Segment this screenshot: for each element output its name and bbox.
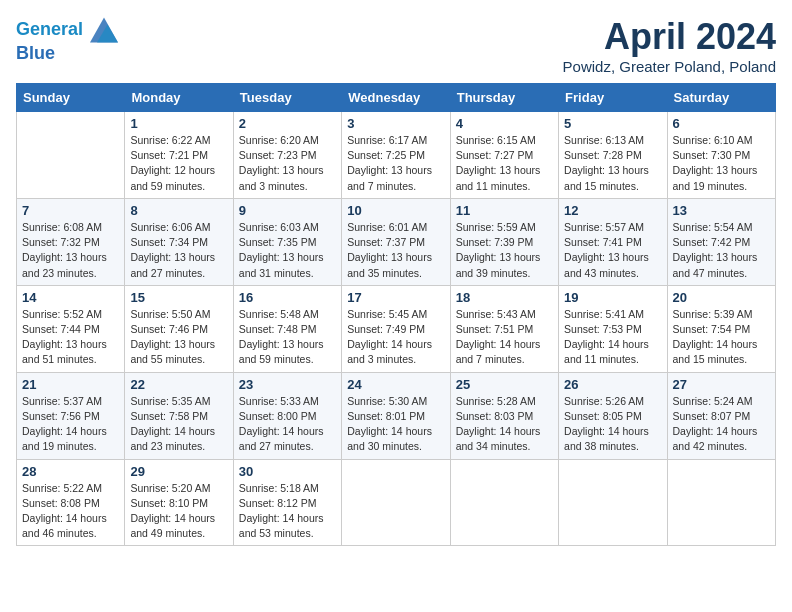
weekday-header-saturday: Saturday bbox=[667, 84, 775, 112]
location: Powidz, Greater Poland, Poland bbox=[563, 58, 776, 75]
day-info: Sunrise: 6:15 AM Sunset: 7:27 PM Dayligh… bbox=[456, 133, 553, 194]
day-info: Sunrise: 6:06 AM Sunset: 7:34 PM Dayligh… bbox=[130, 220, 227, 281]
day-cell: 29Sunrise: 5:20 AM Sunset: 8:10 PM Dayli… bbox=[125, 459, 233, 546]
day-number: 19 bbox=[564, 290, 661, 305]
day-info: Sunrise: 5:52 AM Sunset: 7:44 PM Dayligh… bbox=[22, 307, 119, 368]
day-cell: 11Sunrise: 5:59 AM Sunset: 7:39 PM Dayli… bbox=[450, 198, 558, 285]
day-cell: 24Sunrise: 5:30 AM Sunset: 8:01 PM Dayli… bbox=[342, 372, 450, 459]
weekday-header-sunday: Sunday bbox=[17, 84, 125, 112]
day-number: 1 bbox=[130, 116, 227, 131]
day-number: 9 bbox=[239, 203, 336, 218]
day-cell: 9Sunrise: 6:03 AM Sunset: 7:35 PM Daylig… bbox=[233, 198, 341, 285]
day-number: 16 bbox=[239, 290, 336, 305]
day-info: Sunrise: 5:20 AM Sunset: 8:10 PM Dayligh… bbox=[130, 481, 227, 542]
day-cell bbox=[667, 459, 775, 546]
day-number: 5 bbox=[564, 116, 661, 131]
day-cell: 10Sunrise: 6:01 AM Sunset: 7:37 PM Dayli… bbox=[342, 198, 450, 285]
day-number: 29 bbox=[130, 464, 227, 479]
day-cell: 3Sunrise: 6:17 AM Sunset: 7:25 PM Daylig… bbox=[342, 112, 450, 199]
day-info: Sunrise: 6:10 AM Sunset: 7:30 PM Dayligh… bbox=[673, 133, 770, 194]
day-info: Sunrise: 6:13 AM Sunset: 7:28 PM Dayligh… bbox=[564, 133, 661, 194]
weekday-header-tuesday: Tuesday bbox=[233, 84, 341, 112]
day-number: 12 bbox=[564, 203, 661, 218]
day-info: Sunrise: 6:22 AM Sunset: 7:21 PM Dayligh… bbox=[130, 133, 227, 194]
day-info: Sunrise: 6:20 AM Sunset: 7:23 PM Dayligh… bbox=[239, 133, 336, 194]
day-cell bbox=[559, 459, 667, 546]
day-number: 23 bbox=[239, 377, 336, 392]
day-info: Sunrise: 5:41 AM Sunset: 7:53 PM Dayligh… bbox=[564, 307, 661, 368]
day-cell: 6Sunrise: 6:10 AM Sunset: 7:30 PM Daylig… bbox=[667, 112, 775, 199]
logo-text: General bbox=[16, 16, 118, 44]
day-cell: 5Sunrise: 6:13 AM Sunset: 7:28 PM Daylig… bbox=[559, 112, 667, 199]
logo: General Blue bbox=[16, 16, 118, 64]
day-info: Sunrise: 6:17 AM Sunset: 7:25 PM Dayligh… bbox=[347, 133, 444, 194]
day-number: 30 bbox=[239, 464, 336, 479]
weekday-header-thursday: Thursday bbox=[450, 84, 558, 112]
day-info: Sunrise: 5:43 AM Sunset: 7:51 PM Dayligh… bbox=[456, 307, 553, 368]
day-number: 10 bbox=[347, 203, 444, 218]
day-cell: 1Sunrise: 6:22 AM Sunset: 7:21 PM Daylig… bbox=[125, 112, 233, 199]
day-number: 18 bbox=[456, 290, 553, 305]
day-cell bbox=[342, 459, 450, 546]
day-cell: 21Sunrise: 5:37 AM Sunset: 7:56 PM Dayli… bbox=[17, 372, 125, 459]
day-cell: 13Sunrise: 5:54 AM Sunset: 7:42 PM Dayli… bbox=[667, 198, 775, 285]
day-info: Sunrise: 6:08 AM Sunset: 7:32 PM Dayligh… bbox=[22, 220, 119, 281]
day-number: 2 bbox=[239, 116, 336, 131]
day-number: 7 bbox=[22, 203, 119, 218]
day-number: 26 bbox=[564, 377, 661, 392]
day-cell: 23Sunrise: 5:33 AM Sunset: 8:00 PM Dayli… bbox=[233, 372, 341, 459]
week-row-5: 28Sunrise: 5:22 AM Sunset: 8:08 PM Dayli… bbox=[17, 459, 776, 546]
week-row-4: 21Sunrise: 5:37 AM Sunset: 7:56 PM Dayli… bbox=[17, 372, 776, 459]
weekday-header-monday: Monday bbox=[125, 84, 233, 112]
day-cell: 16Sunrise: 5:48 AM Sunset: 7:48 PM Dayli… bbox=[233, 285, 341, 372]
calendar-table: SundayMondayTuesdayWednesdayThursdayFrid… bbox=[16, 83, 776, 546]
day-number: 14 bbox=[22, 290, 119, 305]
day-number: 15 bbox=[130, 290, 227, 305]
day-cell: 2Sunrise: 6:20 AM Sunset: 7:23 PM Daylig… bbox=[233, 112, 341, 199]
weekday-header-wednesday: Wednesday bbox=[342, 84, 450, 112]
day-number: 22 bbox=[130, 377, 227, 392]
day-info: Sunrise: 5:24 AM Sunset: 8:07 PM Dayligh… bbox=[673, 394, 770, 455]
day-cell: 7Sunrise: 6:08 AM Sunset: 7:32 PM Daylig… bbox=[17, 198, 125, 285]
day-cell: 19Sunrise: 5:41 AM Sunset: 7:53 PM Dayli… bbox=[559, 285, 667, 372]
day-info: Sunrise: 5:50 AM Sunset: 7:46 PM Dayligh… bbox=[130, 307, 227, 368]
day-cell: 30Sunrise: 5:18 AM Sunset: 8:12 PM Dayli… bbox=[233, 459, 341, 546]
day-cell: 12Sunrise: 5:57 AM Sunset: 7:41 PM Dayli… bbox=[559, 198, 667, 285]
day-info: Sunrise: 5:22 AM Sunset: 8:08 PM Dayligh… bbox=[22, 481, 119, 542]
day-cell bbox=[17, 112, 125, 199]
day-info: Sunrise: 5:35 AM Sunset: 7:58 PM Dayligh… bbox=[130, 394, 227, 455]
day-info: Sunrise: 5:45 AM Sunset: 7:49 PM Dayligh… bbox=[347, 307, 444, 368]
day-cell: 8Sunrise: 6:06 AM Sunset: 7:34 PM Daylig… bbox=[125, 198, 233, 285]
day-info: Sunrise: 5:54 AM Sunset: 7:42 PM Dayligh… bbox=[673, 220, 770, 281]
day-cell: 26Sunrise: 5:26 AM Sunset: 8:05 PM Dayli… bbox=[559, 372, 667, 459]
day-number: 21 bbox=[22, 377, 119, 392]
day-info: Sunrise: 5:59 AM Sunset: 7:39 PM Dayligh… bbox=[456, 220, 553, 281]
day-cell: 25Sunrise: 5:28 AM Sunset: 8:03 PM Dayli… bbox=[450, 372, 558, 459]
title-area: April 2024 Powidz, Greater Poland, Polan… bbox=[563, 16, 776, 75]
day-cell: 22Sunrise: 5:35 AM Sunset: 7:58 PM Dayli… bbox=[125, 372, 233, 459]
logo-blue: Blue bbox=[16, 44, 118, 64]
day-info: Sunrise: 5:48 AM Sunset: 7:48 PM Dayligh… bbox=[239, 307, 336, 368]
day-cell: 18Sunrise: 5:43 AM Sunset: 7:51 PM Dayli… bbox=[450, 285, 558, 372]
day-number: 11 bbox=[456, 203, 553, 218]
day-number: 17 bbox=[347, 290, 444, 305]
day-number: 25 bbox=[456, 377, 553, 392]
day-number: 24 bbox=[347, 377, 444, 392]
week-row-3: 14Sunrise: 5:52 AM Sunset: 7:44 PM Dayli… bbox=[17, 285, 776, 372]
weekday-header-row: SundayMondayTuesdayWednesdayThursdayFrid… bbox=[17, 84, 776, 112]
day-info: Sunrise: 5:26 AM Sunset: 8:05 PM Dayligh… bbox=[564, 394, 661, 455]
day-info: Sunrise: 5:30 AM Sunset: 8:01 PM Dayligh… bbox=[347, 394, 444, 455]
day-cell: 27Sunrise: 5:24 AM Sunset: 8:07 PM Dayli… bbox=[667, 372, 775, 459]
month-title: April 2024 bbox=[563, 16, 776, 58]
day-number: 6 bbox=[673, 116, 770, 131]
day-info: Sunrise: 5:57 AM Sunset: 7:41 PM Dayligh… bbox=[564, 220, 661, 281]
day-cell: 15Sunrise: 5:50 AM Sunset: 7:46 PM Dayli… bbox=[125, 285, 233, 372]
day-cell: 17Sunrise: 5:45 AM Sunset: 7:49 PM Dayli… bbox=[342, 285, 450, 372]
day-info: Sunrise: 6:01 AM Sunset: 7:37 PM Dayligh… bbox=[347, 220, 444, 281]
day-number: 28 bbox=[22, 464, 119, 479]
day-number: 13 bbox=[673, 203, 770, 218]
day-number: 3 bbox=[347, 116, 444, 131]
day-info: Sunrise: 5:37 AM Sunset: 7:56 PM Dayligh… bbox=[22, 394, 119, 455]
day-cell: 4Sunrise: 6:15 AM Sunset: 7:27 PM Daylig… bbox=[450, 112, 558, 199]
day-cell bbox=[450, 459, 558, 546]
